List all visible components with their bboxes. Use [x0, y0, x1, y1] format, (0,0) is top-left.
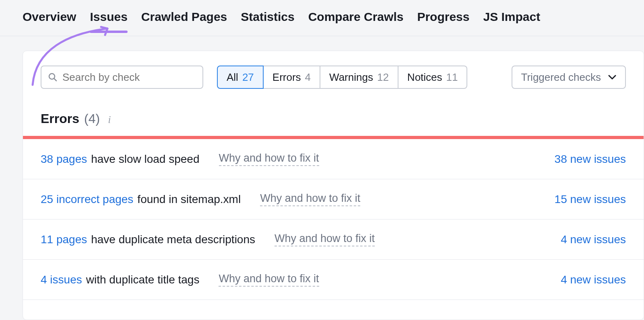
search-input[interactable] — [62, 71, 196, 84]
new-issues-link[interactable]: 4 new issues — [561, 273, 626, 286]
dropdown-label: Triggered checks — [521, 71, 601, 84]
issue-row: 11 pages have duplicate meta description… — [23, 219, 644, 260]
search-icon — [48, 72, 58, 82]
toolbar: All 27 Errors 4 Warnings 12 Notices 11 T… — [23, 51, 644, 89]
filter-label: Warnings — [329, 71, 373, 84]
search-box[interactable] — [41, 66, 203, 89]
new-issues-link[interactable]: 4 new issues — [561, 233, 626, 246]
info-icon[interactable]: i — [105, 114, 111, 126]
tab-issues[interactable]: Issues — [90, 10, 127, 33]
errors-divider — [23, 136, 644, 139]
issue-description: 25 incorrect pages found in sitemap.xml — [41, 193, 241, 206]
chevron-down-icon — [608, 75, 616, 80]
filter-label: Notices — [407, 71, 442, 84]
issue-description: 38 pages have slow load speed — [41, 153, 200, 166]
issue-text: have slow load speed — [91, 153, 199, 166]
filter-count: 27 — [242, 71, 254, 84]
filter-label: Errors — [272, 71, 301, 84]
tab-overview[interactable]: Overview — [23, 10, 76, 33]
issue-row: 25 incorrect pages found in sitemap.xml … — [23, 179, 644, 219]
new-issues-link[interactable]: 38 new issues — [555, 153, 626, 166]
svg-line-1 — [54, 79, 57, 81]
issue-pages-link[interactable]: 25 incorrect pages — [41, 193, 133, 206]
filter-all[interactable]: All 27 — [217, 66, 264, 89]
filter-warnings[interactable]: Warnings 12 — [320, 66, 398, 89]
new-issues-link[interactable]: 15 new issues — [555, 193, 626, 206]
issue-description: 11 pages have duplicate meta description… — [41, 233, 255, 246]
filter-segment: All 27 Errors 4 Warnings 12 Notices 11 — [217, 66, 467, 89]
triggered-checks-dropdown[interactable]: Triggered checks — [512, 66, 626, 89]
issue-text: have duplicate meta descriptions — [91, 233, 255, 246]
tab-progress[interactable]: Progress — [417, 10, 469, 33]
issue-text: found in sitemap.xml — [137, 193, 241, 206]
filter-count: 11 — [446, 71, 458, 84]
why-fix-link[interactable]: Why and how to fix it — [219, 152, 319, 166]
tab-crawled-pages[interactable]: Crawled Pages — [141, 10, 227, 33]
issue-description: 4 issues with duplicate title tags — [41, 273, 199, 286]
issue-row: 38 pages have slow load speed Why and ho… — [23, 139, 644, 179]
filter-count: 12 — [377, 71, 389, 84]
filter-errors[interactable]: Errors 4 — [264, 66, 320, 89]
filter-count: 4 — [305, 71, 311, 84]
why-fix-link[interactable]: Why and how to fix it — [260, 192, 360, 206]
top-tabs: Overview Issues Crawled Pages Statistics… — [0, 0, 644, 36]
tab-statistics[interactable]: Statistics — [241, 10, 294, 33]
section-title: Errors (4) i — [23, 89, 644, 136]
section-name: Errors — [41, 111, 79, 126]
issue-text: with duplicate title tags — [86, 273, 200, 286]
filter-label: All — [227, 71, 238, 84]
filter-notices[interactable]: Notices 11 — [398, 66, 468, 89]
issue-pages-link[interactable]: 38 pages — [41, 153, 87, 166]
issues-panel: All 27 Errors 4 Warnings 12 Notices 11 T… — [23, 51, 644, 320]
why-fix-link[interactable]: Why and how to fix it — [219, 273, 319, 287]
issue-pages-link[interactable]: 11 pages — [41, 233, 87, 246]
tab-compare-crawls[interactable]: Compare Crawls — [308, 10, 404, 33]
why-fix-link[interactable]: Why and how to fix it — [275, 232, 375, 246]
section-count: (4) — [84, 111, 100, 126]
issue-row: 4 issues with duplicate title tags Why a… — [23, 260, 644, 300]
issue-pages-link[interactable]: 4 issues — [41, 273, 82, 286]
tab-js-impact[interactable]: JS Impact — [483, 10, 540, 33]
